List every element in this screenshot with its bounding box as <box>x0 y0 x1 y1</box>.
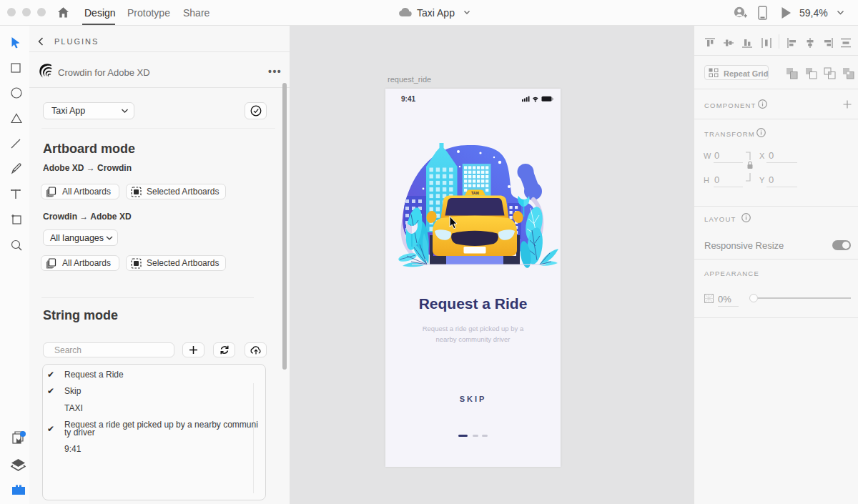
svg-text:TAXI: TAXI <box>471 191 480 195</box>
